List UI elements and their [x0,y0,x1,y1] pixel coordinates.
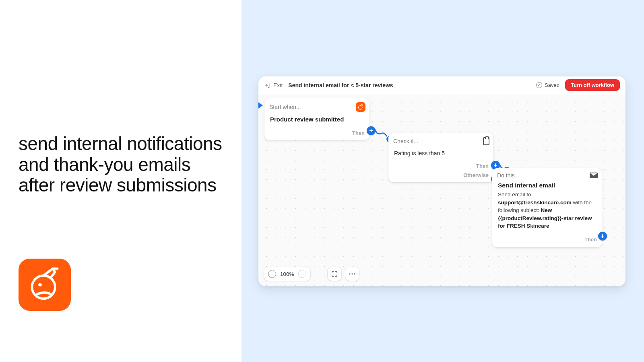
svg-point-3 [349,273,350,274]
saved-label: Saved [545,82,559,88]
condition-body: Rating is less than 5 [388,148,493,162]
play-icon [258,101,263,109]
trigger-node[interactable]: Start when... Product review submitted T… [264,98,369,140]
workflow-canvas[interactable]: Start when... Product review submitted T… [258,94,625,286]
fit-view-button[interactable] [328,267,341,281]
check-circle-icon [536,82,542,88]
turn-off-workflow-button[interactable]: Turn off workflow [565,79,620,91]
zoom-controls: − 100% + [264,267,310,281]
then-label: Then [476,163,489,169]
svg-point-4 [351,273,353,274]
then-label: Then [584,237,597,243]
saved-indicator: Saved [536,82,559,88]
zoom-level: 100% [280,271,294,277]
exit-button[interactable]: Exit [264,82,283,88]
then-label: Then [352,130,365,136]
add-step-button[interactable]: + [598,232,607,241]
otherwise-label: Otherwise [463,172,489,178]
trigger-body: Product review submitted [264,115,369,128]
svg-point-1 [38,283,42,287]
app-icon [356,102,365,112]
add-step-button[interactable]: + [367,126,376,135]
mail-icon [590,173,598,178]
workflow-editor-panel: Exit Send internal email for < 5-star re… [258,76,625,286]
action-node[interactable]: Do this... Send internal email Send emai… [492,168,602,247]
action-title: Send internal email [492,182,602,191]
condition-header: Check if... [393,138,483,144]
zoom-out-button[interactable]: − [268,270,276,278]
exit-label: Exit [273,82,283,88]
marketing-headline: send internal notifications and thank-yo… [19,134,224,196]
exit-icon [264,82,270,88]
brand-logo [19,259,71,311]
svg-point-5 [354,273,355,274]
workflow-title: Send internal email for < 5-star reviews [288,82,393,88]
trigger-header: Start when... [269,104,356,110]
condition-node[interactable]: Check if... Rating is less than 5 Then O… [388,133,493,182]
clipboard-icon [483,137,489,145]
action-description: Send email to support@freshskincare.com … [492,191,602,235]
action-header: Do this... [497,172,590,179]
more-options-button[interactable] [345,267,359,281]
zoom-in-button[interactable]: + [298,270,306,278]
editor-topbar: Exit Send internal email for < 5-star re… [258,76,625,94]
